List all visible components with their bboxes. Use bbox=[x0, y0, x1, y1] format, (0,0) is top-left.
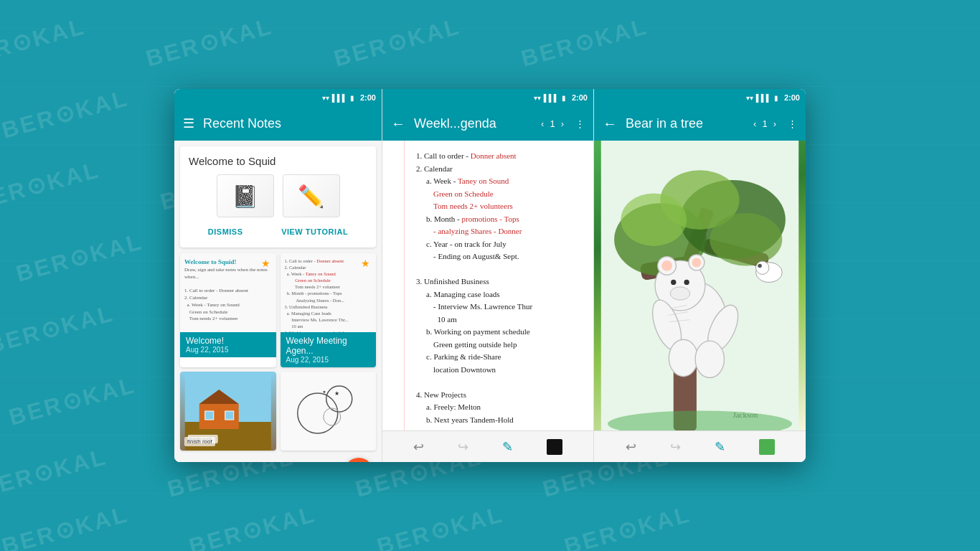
undo-button-3[interactable]: ↩ bbox=[626, 439, 636, 455]
meeting-notes-text: 1. Call to order - Donner absent 2. Cale… bbox=[391, 146, 585, 430]
pencils-image bbox=[283, 174, 340, 217]
screen-weekly-meeting: ▾▾ ▌▌▌ ▮ 2:00 ← Weekl...genda ‹ 1 › ⋮ 1.… bbox=[382, 89, 594, 462]
svg-point-9 bbox=[326, 386, 352, 412]
circle-sketch: ★ ● bbox=[281, 372, 377, 451]
welcome-card-images bbox=[189, 174, 367, 217]
color-swatch-2[interactable] bbox=[547, 439, 562, 455]
more-options-icon-3[interactable]: ⋮ bbox=[788, 118, 797, 129]
pen-button-2[interactable]: ✎ bbox=[502, 439, 513, 455]
star-icon-1: ★ bbox=[261, 258, 270, 269]
svg-point-36 bbox=[695, 341, 724, 377]
screen2-content: 1. Call to order - Donner absent 2. Cale… bbox=[382, 141, 593, 430]
more-options-icon-2[interactable]: ⋮ bbox=[575, 118, 585, 129]
svg-text:●: ● bbox=[322, 389, 325, 394]
screen1-content: Welcome to Squid DISMISS VIEW TUTORIAL ★ bbox=[174, 141, 382, 462]
status-bar-2: ▾▾ ▌▌▌ ▮ 2:00 bbox=[382, 89, 593, 106]
page-number-3: 1 bbox=[762, 118, 767, 129]
svg-point-42 bbox=[758, 264, 762, 268]
screen-recent-notes: ▾▾ ▌▌▌ ▮ 2:00 ☰ Recent Notes Welcome to … bbox=[174, 89, 382, 462]
battery-icon-2: ▮ bbox=[562, 94, 566, 102]
note-preview-welcome: ★ Welcome to Squid! Draw, sign and take … bbox=[180, 253, 276, 332]
svg-point-28 bbox=[692, 258, 701, 267]
svg-point-41 bbox=[756, 261, 769, 274]
fab-add-button[interactable]: + bbox=[344, 458, 373, 462]
status-bar-1: ▾▾ ▌▌▌ ▮ 2:00 bbox=[174, 89, 382, 106]
nav-controls-3: ‹ 1 › ⋮ bbox=[753, 118, 797, 129]
note-preview-photo: finish roof bbox=[180, 372, 276, 451]
note-date-welcome: Aug 22, 2015 bbox=[186, 346, 270, 354]
bottom-toolbar-3: ↩ ↪ ✎ bbox=[594, 430, 806, 462]
screen-bear: ▾▾ ▌▌▌ ▮ 2:00 ← Bear in a tree ‹ 1 › ⋮ bbox=[594, 89, 806, 462]
next-page-icon-2[interactable]: › bbox=[561, 118, 564, 129]
note-date-weekly: Aug 22, 2015 bbox=[286, 356, 371, 364]
app-bar-2: ← Weekl...genda ‹ 1 › ⋮ bbox=[382, 106, 593, 141]
lined-paper: 1. Call to order - Donner absent 2. Cale… bbox=[382, 141, 593, 430]
notebook-image bbox=[217, 174, 274, 217]
svg-rect-5 bbox=[225, 411, 234, 420]
signal-icon-2: ▌▌▌ bbox=[544, 94, 559, 102]
page-number-2: 1 bbox=[550, 118, 555, 129]
status-bar-3: ▾▾ ▌▌▌ ▮ 2:00 bbox=[594, 89, 806, 106]
time-2: 2:00 bbox=[572, 93, 588, 102]
svg-point-32 bbox=[670, 287, 690, 300]
screen3-title: Bear in a tree bbox=[626, 116, 745, 131]
bottom-toolbar-2: ↩ ↪ ✎ bbox=[382, 430, 593, 462]
note-preview-weekly: ★ 1. Call to order - Donner absent 2. Ca… bbox=[281, 253, 377, 332]
svg-rect-6 bbox=[188, 435, 218, 443]
note-info-weekly: Weekly Meeting Agen... Aug 22, 2015 bbox=[281, 332, 377, 367]
back-icon-3[interactable]: ← bbox=[603, 116, 617, 132]
view-tutorial-button[interactable]: VIEW TUTORIAL bbox=[275, 225, 354, 239]
welcome-card: Welcome to Squid DISMISS VIEW TUTORIAL bbox=[180, 146, 376, 248]
svg-point-30 bbox=[684, 280, 689, 285]
svg-point-21 bbox=[621, 193, 687, 245]
color-swatch-3[interactable] bbox=[759, 439, 775, 455]
note-title-weekly: Weekly Meeting Agen... bbox=[286, 336, 371, 356]
note-info-welcome: Welcome! Aug 22, 2015 bbox=[180, 332, 276, 357]
bear-illustration: Jackson bbox=[594, 141, 806, 430]
status-icons-3: ▾▾ ▌▌▌ ▮ 2:00 bbox=[746, 93, 800, 102]
prev-page-icon-3[interactable]: ‹ bbox=[753, 118, 756, 129]
redo-button-3[interactable]: ↪ bbox=[670, 439, 681, 455]
screen1-title: Recent Notes bbox=[203, 116, 373, 131]
svg-point-8 bbox=[297, 393, 337, 433]
welcome-card-buttons: DISMISS VIEW TUTORIAL bbox=[189, 225, 367, 239]
signal-icon-3: ▌▌▌ bbox=[756, 94, 771, 102]
note-card-weekly[interactable]: ★ 1. Call to order - Donner absent 2. Ca… bbox=[281, 253, 377, 367]
svg-point-22 bbox=[710, 213, 782, 265]
battery-icon: ▮ bbox=[350, 94, 354, 102]
prev-page-icon-2[interactable]: ‹ bbox=[541, 118, 544, 129]
welcome-card-title: Welcome to Squid bbox=[189, 155, 367, 167]
menu-icon[interactable]: ☰ bbox=[183, 116, 194, 131]
pen-button-3[interactable]: ✎ bbox=[715, 439, 725, 455]
nav-controls-2: ‹ 1 › ⋮ bbox=[541, 118, 585, 129]
undo-button-2[interactable]: ↩ bbox=[413, 439, 424, 455]
svg-rect-4 bbox=[205, 411, 214, 420]
app-bar-3: ← Bear in a tree ‹ 1 › ⋮ bbox=[594, 106, 806, 141]
status-icons-1: ▾▾ ▌▌▌ ▮ 2:00 bbox=[322, 93, 376, 102]
notes-grid: ★ Welcome to Squid! Draw, sign and take … bbox=[180, 253, 376, 451]
next-page-icon-3[interactable]: › bbox=[773, 118, 776, 129]
signal-icon: ▌▌▌ bbox=[332, 94, 347, 102]
svg-point-35 bbox=[669, 339, 697, 376]
wifi-icon: ▾▾ bbox=[322, 94, 329, 102]
note-card-photo[interactable]: finish roof bbox=[180, 372, 276, 451]
wifi-icon-3: ▾▾ bbox=[746, 94, 753, 102]
dismiss-button[interactable]: DISMISS bbox=[202, 225, 249, 239]
redo-button-2[interactable]: ↪ bbox=[458, 439, 468, 455]
svg-text:finish roof: finish roof bbox=[189, 437, 211, 442]
note-card-sketch[interactable]: ★ ● bbox=[281, 372, 377, 451]
screenshots-container: ▾▾ ▌▌▌ ▮ 2:00 ☰ Recent Notes Welcome to … bbox=[174, 89, 806, 462]
screen3-content: Jackson bbox=[594, 141, 806, 430]
note-card-welcome[interactable]: ★ Welcome to Squid! Draw, sign and take … bbox=[180, 253, 276, 367]
status-icons-2: ▾▾ ▌▌▌ ▮ 2:00 bbox=[534, 93, 588, 102]
battery-icon-3: ▮ bbox=[774, 94, 778, 102]
star-icon-2: ★ bbox=[361, 258, 370, 269]
back-icon-2[interactable]: ← bbox=[391, 116, 405, 132]
svg-text:★: ★ bbox=[334, 390, 339, 397]
time-3: 2:00 bbox=[784, 93, 800, 102]
svg-point-26 bbox=[661, 260, 672, 271]
svg-point-29 bbox=[671, 280, 676, 285]
time-1: 2:00 bbox=[360, 93, 376, 102]
wifi-icon-2: ▾▾ bbox=[534, 94, 541, 102]
screen2-title: Weekl...genda bbox=[414, 116, 532, 131]
